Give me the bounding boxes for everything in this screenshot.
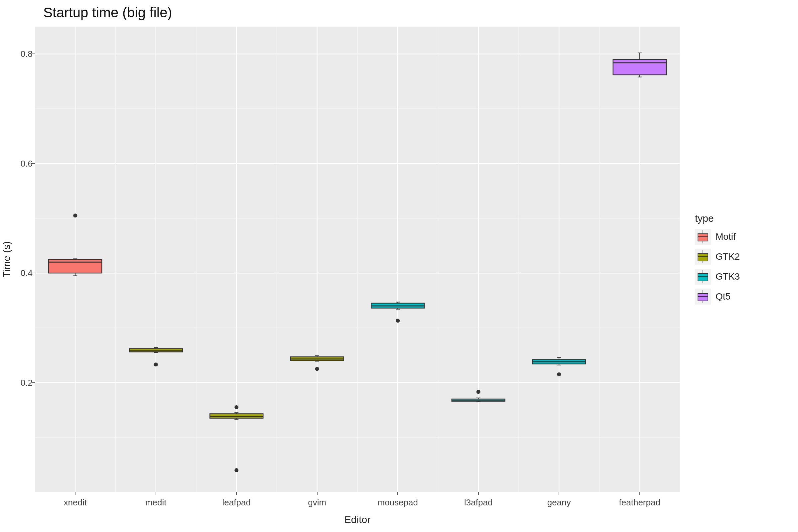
outlier [73,213,77,217]
plot-svg [35,26,680,492]
legend-item-motif: Motif [695,229,740,245]
legend-title: type [695,213,740,224]
x-tick-label: gvim [308,497,326,508]
outlier [234,405,239,409]
legend-key-icon [695,249,711,265]
legend-label: GTK3 [716,271,740,282]
legend-item-qt5: Qt5 [695,289,740,305]
box-featherpad [613,59,666,75]
y-tick-label: 0.8 [0,49,33,59]
chart-stage: Startup time (big file) Time (s) Editor … [0,0,798,532]
outlier [476,390,480,394]
x-tick-label: l3afpad [464,497,492,508]
outlier [396,319,400,323]
x-axis-label: Editor [344,514,370,525]
outlier [154,362,158,366]
x-tick-label: medit [145,497,167,508]
y-tick-label: 0.2 [0,377,33,388]
legend: type MotifGTK2GTK3Qt5 [695,213,740,308]
legend-label: GTK2 [716,251,740,262]
legend-key-icon [695,269,711,285]
x-tick-label: mousepad [378,497,418,508]
x-tick-label: leafpad [223,497,251,508]
x-tick-label: geany [547,497,571,508]
plot-panel [35,26,680,492]
outlier [557,373,561,376]
legend-key-icon [695,229,711,245]
legend-label: Qt5 [716,291,730,302]
x-tick-label: featherpad [619,497,660,508]
box-xnedit [49,259,102,273]
x-tick-label: xnedit [64,497,87,508]
chart-title: Startup time (big file) [43,5,172,21]
box-medit [129,348,183,352]
outlier [315,367,319,371]
legend-item-gtk2: GTK2 [695,249,740,265]
y-tick-label: 0.4 [0,268,33,278]
legend-item-gtk3: GTK3 [695,269,740,285]
legend-key-icon [695,289,711,305]
y-tick-label: 0.6 [0,158,33,169]
box-leafpad [210,414,263,418]
outlier [234,468,239,472]
legend-label: Motif [716,231,736,242]
